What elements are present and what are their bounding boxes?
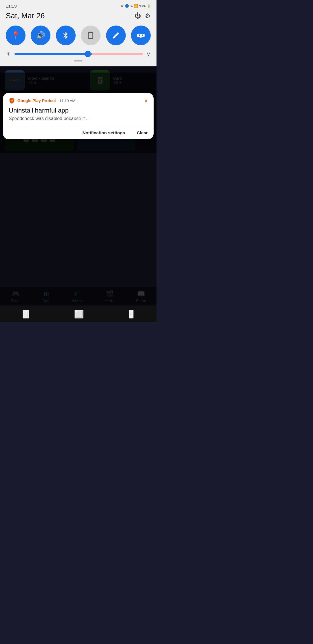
brightness-slider[interactable] bbox=[14, 53, 143, 55]
edit-icon bbox=[112, 31, 120, 39]
drag-handle-bar bbox=[74, 60, 83, 61]
home-button[interactable]: ⬜ bbox=[74, 310, 83, 319]
brightness-icon: ☀ bbox=[6, 50, 11, 57]
signal-icon: 📶 bbox=[134, 4, 138, 8]
battery-percent: 93% bbox=[139, 4, 145, 8]
sync-icon: ⇅ bbox=[130, 4, 133, 8]
notification-actions: Notification settings Clear bbox=[9, 126, 148, 139]
brightness-thumb[interactable] bbox=[85, 51, 91, 57]
notification-settings-button[interactable]: Notification settings bbox=[82, 130, 125, 135]
date-display: Sat, Mar 26 bbox=[6, 11, 45, 20]
bluetooth-icon bbox=[62, 31, 70, 39]
recycle-icon: ♻ bbox=[121, 4, 124, 8]
quick-settings-panel: 11:19 ♻ 🔵 ⇅ 📶 93% 🔋 Sat, Mar 26 ⏻ ⚙ 📍 🔊 bbox=[0, 0, 156, 66]
notification-body: Speedcheck was disabled because it .. bbox=[9, 116, 148, 121]
notification-expand-icon[interactable]: ∨ bbox=[144, 97, 148, 104]
toggle-bluetooth[interactable] bbox=[56, 26, 76, 45]
date-row: Sat, Mar 26 ⏻ ⚙ bbox=[6, 11, 151, 20]
notification-header: Google Play Protect 11:19 AM ∨ bbox=[9, 97, 148, 104]
drag-handle bbox=[6, 60, 151, 61]
notification-clear-button[interactable]: Clear bbox=[137, 130, 148, 135]
status-bar: 11:19 ♻ 🔵 ⇅ 📶 93% 🔋 bbox=[6, 3, 151, 8]
notification-app-name: Google Play Protect bbox=[17, 98, 56, 103]
brightness-expand-icon[interactable]: ∨ bbox=[146, 50, 151, 57]
notification-card: Google Play Protect 11:19 AM ∨ Uninstall… bbox=[3, 93, 154, 139]
notification-title: Uninstall harmful app bbox=[9, 107, 148, 114]
toggle-screenshot[interactable] bbox=[81, 26, 101, 45]
screenshot-icon bbox=[87, 31, 95, 39]
bluetooth-status-icon: 🔵 bbox=[125, 4, 129, 8]
back-button[interactable]: < bbox=[129, 310, 134, 319]
toggle-edit[interactable] bbox=[106, 26, 126, 45]
battery-icon: 🔋 bbox=[147, 4, 151, 8]
power-icon[interactable]: ⏻ bbox=[134, 12, 141, 20]
settings-icon[interactable]: ⚙ bbox=[145, 12, 151, 20]
toggle-vr[interactable] bbox=[131, 26, 151, 45]
status-time: 11:19 bbox=[6, 3, 17, 8]
brightness-track bbox=[14, 53, 143, 55]
play-protect-icon bbox=[9, 97, 15, 104]
date-action-icons: ⏻ ⚙ bbox=[134, 12, 151, 20]
toggle-sound[interactable]: 🔊 bbox=[31, 26, 50, 45]
toggle-buttons-row: 📍 🔊 bbox=[6, 26, 151, 45]
vr-icon bbox=[137, 31, 145, 39]
toggle-location[interactable]: 📍 bbox=[6, 26, 26, 45]
notification-time: 11:19 AM bbox=[59, 99, 75, 103]
brightness-row: ☀ ∨ bbox=[6, 50, 151, 57]
status-icons: ♻ 🔵 ⇅ 📶 93% 🔋 bbox=[121, 4, 151, 8]
recent-apps-button[interactable]: ||| bbox=[23, 310, 29, 319]
system-navigation-bar: ||| ⬜ < bbox=[0, 306, 156, 322]
